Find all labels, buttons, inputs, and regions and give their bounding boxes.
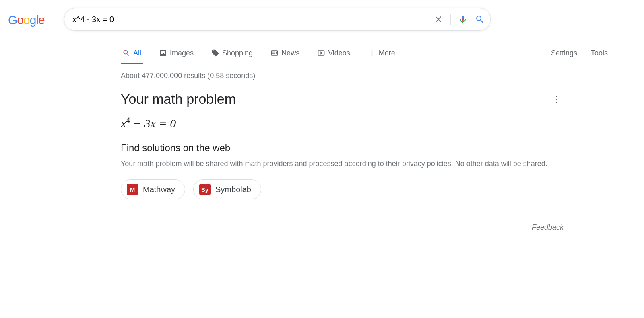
tab-images-label: Images (170, 49, 194, 57)
tab-more[interactable]: More (366, 43, 397, 64)
tab-videos[interactable]: Videos (316, 43, 352, 64)
tab-more-label: More (379, 49, 395, 57)
images-icon (159, 49, 167, 57)
mathway-label: Mathway (143, 185, 175, 194)
tab-shopping-label: Shopping (222, 49, 253, 57)
search-small-icon (122, 49, 130, 57)
card-title: Your math problem (121, 91, 236, 107)
card-more-icon[interactable]: ⋮ (550, 94, 564, 105)
mathway-icon: M (127, 184, 138, 195)
solutions-subheading: Find solutions on the web (121, 142, 564, 154)
symbolab-icon: Sy (199, 184, 211, 195)
tab-shopping[interactable]: Shopping (210, 43, 254, 64)
provider-mathway[interactable]: M Mathway (121, 179, 185, 199)
tab-news-label: News (281, 49, 299, 57)
feedback-link[interactable]: Feedback (532, 223, 564, 232)
tools-link[interactable]: Tools (591, 49, 608, 57)
equation-display: x4 − 3x = 0 (121, 116, 564, 130)
divider (450, 14, 451, 25)
tab-news[interactable]: News (269, 43, 301, 64)
result-stats: About 477,000,000 results (0.58 seconds) (121, 72, 564, 80)
microphone-icon[interactable] (458, 14, 468, 24)
google-logo[interactable]: Google (8, 12, 45, 27)
provider-symbolab[interactable]: Sy Symbolab (193, 179, 261, 199)
shopping-icon (211, 49, 219, 57)
tab-images[interactable]: Images (157, 43, 195, 64)
tab-videos-label: Videos (328, 49, 350, 57)
clear-icon[interactable] (433, 14, 443, 24)
search-bar (64, 8, 491, 31)
news-icon (270, 49, 279, 57)
more-icon (368, 49, 376, 57)
search-input[interactable] (72, 8, 433, 30)
search-icon[interactable] (475, 14, 485, 24)
tab-all-label: All (133, 49, 141, 57)
settings-link[interactable]: Settings (551, 49, 577, 57)
tab-all[interactable]: All (121, 43, 143, 64)
symbolab-label: Symbolab (215, 185, 251, 194)
disclaimer-text: Your math problem will be shared with ma… (121, 158, 547, 169)
videos-icon (317, 49, 325, 57)
